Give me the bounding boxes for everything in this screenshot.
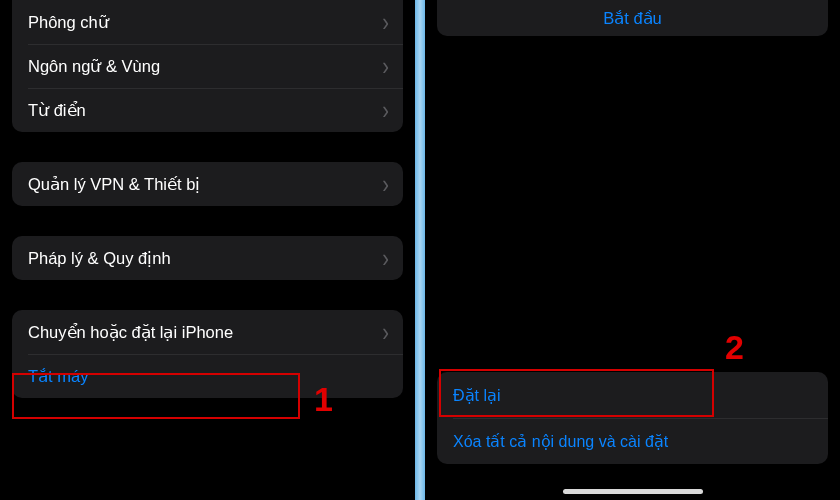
row-erase-all[interactable]: Xóa tất cả nội dung và cài đặt xyxy=(437,418,828,464)
chevron-right-icon: › xyxy=(382,319,389,345)
row-label: Ngôn ngữ & Vùng xyxy=(28,57,382,76)
settings-general-pane: Phông chữ › Ngôn ngữ & Vùng › Từ điển › … xyxy=(0,0,415,500)
row-label: Tắt máy xyxy=(28,367,389,386)
row-label: Quản lý VPN & Thiết bị xyxy=(28,175,382,194)
start-label: Bắt đầu xyxy=(603,9,662,28)
row-language-region[interactable]: Ngôn ngữ & Vùng › xyxy=(12,44,403,88)
row-legal[interactable]: Pháp lý & Quy định › xyxy=(12,236,403,280)
settings-group-reset: Chuyển hoặc đặt lại iPhone › Tắt máy xyxy=(12,310,403,398)
reset-options-group: Đặt lại Xóa tất cả nội dung và cài đặt xyxy=(437,372,828,464)
chevron-right-icon: › xyxy=(382,171,389,197)
row-shutdown[interactable]: Tắt máy xyxy=(12,354,403,398)
row-vpn-device-management[interactable]: Quản lý VPN & Thiết bị › xyxy=(12,162,403,206)
chevron-right-icon: › xyxy=(382,53,389,79)
transfer-reset-pane: Bắt đầu Đặt lại Xóa tất cả nội dung và c… xyxy=(425,0,840,500)
annotation-number-2: 2 xyxy=(725,328,744,367)
row-label: Xóa tất cả nội dung và cài đặt xyxy=(453,432,814,451)
home-indicator[interactable] xyxy=(563,489,703,494)
row-dictionary[interactable]: Từ điển › xyxy=(12,88,403,132)
chevron-right-icon: › xyxy=(382,245,389,271)
row-label: Pháp lý & Quy định xyxy=(28,249,382,268)
settings-group-vpn: Quản lý VPN & Thiết bị › xyxy=(12,162,403,206)
row-label: Đặt lại xyxy=(453,386,814,405)
start-button[interactable]: Bắt đầu xyxy=(437,0,828,36)
row-label: Phông chữ xyxy=(28,13,382,32)
row-reset[interactable]: Đặt lại xyxy=(437,372,828,418)
row-fonts[interactable]: Phông chữ › xyxy=(12,0,403,44)
row-label: Chuyển hoặc đặt lại iPhone xyxy=(28,323,382,342)
settings-group-legal: Pháp lý & Quy định › xyxy=(12,236,403,280)
chevron-right-icon: › xyxy=(382,97,389,123)
row-transfer-reset-iphone[interactable]: Chuyển hoặc đặt lại iPhone › xyxy=(12,310,403,354)
settings-group-display-language: Phông chữ › Ngôn ngữ & Vùng › Từ điển › xyxy=(12,0,403,132)
row-label: Từ điển xyxy=(28,101,382,120)
chevron-right-icon: › xyxy=(382,9,389,35)
pane-divider xyxy=(415,0,425,500)
